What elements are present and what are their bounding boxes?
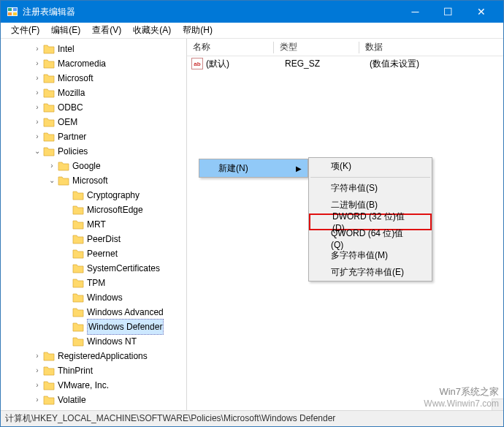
value-type: REG_SZ <box>285 58 370 69</box>
tree-node[interactable]: ⌄Microsoft <box>2 173 185 188</box>
svg-rect-4 <box>13 12 17 15</box>
chevron-right-icon[interactable]: › <box>31 378 43 393</box>
chevron-down-icon[interactable]: ⌄ <box>46 173 58 188</box>
tree-node[interactable]: ⌄Policies <box>2 144 185 159</box>
tree-node[interactable]: ›Volatile <box>2 393 185 407</box>
tree-node[interactable]: ›Partner <box>2 129 185 144</box>
chevron-right-icon[interactable]: › <box>31 349 43 363</box>
menubar: 文件(F) 编辑(E) 查看(V) 收藏夹(A) 帮助(H) <box>1 23 503 39</box>
titlebar: 注册表编辑器 ─ ☐ ✕ <box>1 1 503 23</box>
menu-favorites[interactable]: 收藏夹(A) <box>127 23 177 38</box>
menu-edit[interactable]: 编辑(E) <box>45 23 86 38</box>
tree-node-label: MicrosoftEdge <box>87 203 143 217</box>
chevron-right-icon[interactable]: · <box>61 334 72 349</box>
status-path: 计算机\HKEY_LOCAL_MACHINE\SOFTWARE\Policies… <box>5 412 335 425</box>
tree-node-label: RegisteredApplications <box>58 349 148 363</box>
value-row[interactable]: ab (默认) REG_SZ (数值未设置) <box>187 56 503 71</box>
chevron-right-icon[interactable]: · <box>61 305 72 320</box>
col-data[interactable]: 数据 <box>359 41 503 53</box>
menu-new-label: 新建(N) <box>218 162 248 175</box>
tree-node[interactable]: ·TPM <box>2 276 185 290</box>
chevron-right-icon[interactable]: · <box>61 203 72 217</box>
chevron-right-icon[interactable]: › <box>31 115 43 129</box>
chevron-right-icon[interactable]: › <box>31 100 43 115</box>
tree-node-label: Microsoft <box>72 173 108 188</box>
regedit-icon <box>7 6 18 18</box>
tree-node[interactable]: ›RegisteredApplications <box>2 349 185 363</box>
submenu-multistring[interactable]: 多字符串值(M) <box>309 247 432 264</box>
tree-node[interactable]: ·MicrosoftEdge <box>2 203 185 217</box>
chevron-right-icon[interactable]: › <box>46 159 58 173</box>
tree-node[interactable]: ›VMware, Inc. <box>2 378 185 393</box>
col-name[interactable]: 名称 <box>187 41 273 53</box>
tree-node-label: Policies <box>58 144 88 159</box>
tree-node-label: Cryptography <box>87 188 140 203</box>
submenu-arrow-icon: ▶ <box>296 165 302 173</box>
tree-node[interactable]: ·SystemCertificates <box>2 261 185 276</box>
chevron-down-icon[interactable]: ⌄ <box>31 144 43 159</box>
menu-new[interactable]: 新建(N) ▶ <box>199 159 308 177</box>
tree-node-label: Windows <box>87 290 123 305</box>
tree-node-label: VMware, Inc. <box>58 378 109 393</box>
chevron-right-icon[interactable]: · <box>61 188 72 203</box>
tree-node[interactable]: ›OEM <box>2 115 185 129</box>
chevron-right-icon[interactable]: › <box>31 71 43 86</box>
tree-node[interactable]: ·Cryptography <box>2 188 185 203</box>
chevron-right-icon[interactable]: › <box>31 42 43 56</box>
chevron-right-icon[interactable]: › <box>31 129 43 144</box>
chevron-right-icon[interactable]: · <box>61 290 72 305</box>
chevron-right-icon[interactable]: › <box>31 56 43 71</box>
svg-rect-2 <box>13 8 17 11</box>
tree-node[interactable]: ·Windows Advanced <box>2 305 185 320</box>
maximize-button[interactable]: ☐ <box>432 1 465 23</box>
tree-node[interactable]: ›Intel <box>2 42 185 56</box>
chevron-right-icon[interactable]: › <box>31 86 43 100</box>
menu-file[interactable]: 文件(F) <box>5 23 45 38</box>
submenu-string[interactable]: 字符串值(S) <box>309 180 432 197</box>
submenu-key[interactable]: 项(K) <box>309 158 432 175</box>
tree-node-label: Microsoft <box>58 71 93 86</box>
chevron-right-icon[interactable]: · <box>61 261 72 276</box>
tree-node[interactable]: ·PeerDist <box>2 232 185 246</box>
chevron-right-icon[interactable]: · <box>61 246 72 261</box>
tree-node[interactable]: ›Mozilla <box>2 86 185 100</box>
tree-pane[interactable]: ›Intel›Macromedia›Microsoft›Mozilla›ODBC… <box>1 39 187 410</box>
menu-view[interactable]: 查看(V) <box>86 23 127 38</box>
tree-node[interactable]: ·Windows Defender <box>2 320 185 334</box>
resize-corner[interactable] <box>492 398 503 410</box>
tree-node[interactable]: ·Peernet <box>2 246 185 261</box>
column-header: 名称 类型 数据 <box>187 39 503 56</box>
submenu-qword[interactable]: QWORD (64 位)值(Q) <box>309 230 432 247</box>
chevron-right-icon[interactable]: · <box>61 232 72 246</box>
tree-node-label: SystemCertificates <box>87 261 160 276</box>
col-type[interactable]: 类型 <box>274 41 359 53</box>
value-name: (默认) <box>206 58 285 70</box>
tree-node[interactable]: ·Windows <box>2 290 185 305</box>
tree-node[interactable]: ›Macromedia <box>2 56 185 71</box>
tree-node-label: Google <box>72 159 101 173</box>
chevron-right-icon[interactable]: › <box>31 363 43 378</box>
tree-node[interactable]: ·Windows NT <box>2 334 185 349</box>
tree-node[interactable]: ·MRT <box>2 217 185 232</box>
tree-node[interactable]: ›Google <box>2 159 185 173</box>
tree-node-label: Mozilla <box>58 86 85 100</box>
tree-node-label: Macromedia <box>58 56 106 71</box>
values-pane: 名称 类型 数据 ab (默认) REG_SZ (数值未设置) 新建(N) ▶ … <box>187 39 503 410</box>
tree-node-label: MRT <box>87 217 106 232</box>
tree-node[interactable]: ›ODBC <box>2 100 185 115</box>
values-list[interactable]: ab (默认) REG_SZ (数值未设置) 新建(N) ▶ 项(K) 字符串值… <box>187 56 503 410</box>
tree-node-label: Peernet <box>87 246 118 261</box>
context-menu: 新建(N) ▶ <box>199 159 308 178</box>
svg-rect-3 <box>8 12 12 15</box>
chevron-right-icon[interactable]: · <box>61 320 72 334</box>
submenu-expandstring[interactable]: 可扩充字符串值(E) <box>309 264 432 281</box>
chevron-right-icon[interactable]: · <box>61 276 72 290</box>
close-button[interactable]: ✕ <box>465 1 497 23</box>
menu-help[interactable]: 帮助(H) <box>177 23 218 38</box>
tree-node[interactable]: ›ThinPrint <box>2 363 185 378</box>
chevron-right-icon[interactable]: · <box>61 217 72 232</box>
tree-node[interactable]: ›Microsoft <box>2 71 185 86</box>
minimize-button[interactable]: ─ <box>399 1 432 23</box>
tree-node-label: Partner <box>58 129 86 144</box>
chevron-right-icon[interactable]: › <box>31 393 43 407</box>
